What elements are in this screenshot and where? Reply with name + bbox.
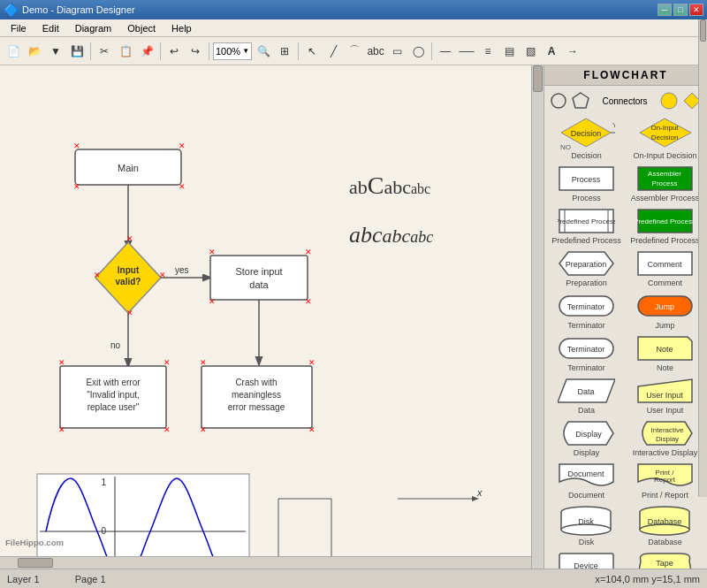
- zoom-fit-button[interactable]: 🔍: [254, 42, 273, 61]
- tool-select[interactable]: ↖: [302, 42, 322, 61]
- vscrollbar-thumb[interactable]: [533, 65, 543, 92]
- panel-title: FLOWCHART: [544, 65, 707, 86]
- svg-rect-16: [210, 256, 308, 300]
- shape-row-document: Document Document Print / Report Print /…: [550, 462, 702, 500]
- shape-predefined-process[interactable]: Predefined Process Predefined Process: [550, 208, 623, 245]
- svg-text:✕: ✕: [163, 358, 171, 367]
- shape-process[interactable]: Process Process: [550, 165, 623, 202]
- svg-text:abcabcabc: abcabcabc: [349, 222, 433, 248]
- tool-line[interactable]: ╱: [323, 42, 343, 61]
- tool-curve[interactable]: ⌒: [345, 42, 364, 61]
- line-style4[interactable]: ▤: [499, 42, 519, 61]
- redo-button[interactable]: ↪: [186, 42, 205, 61]
- shape-device[interactable]: Device Device: [550, 552, 623, 569]
- hscrollbar-thumb[interactable]: [18, 558, 53, 568]
- coords-status: x=104,0 mm y=15,1 mm: [595, 574, 700, 584]
- svg-point-63: [551, 94, 566, 108]
- shape-preparation[interactable]: Preparation Preparation: [550, 250, 623, 287]
- menu-diagram[interactable]: Diagram: [68, 21, 119, 35]
- shape-tape[interactable]: Tape Tape: [628, 552, 702, 569]
- shape-print-report[interactable]: Print / Report Print / Report: [628, 462, 702, 500]
- shape-comment[interactable]: Comment Comment: [628, 250, 702, 287]
- menu-edit[interactable]: Edit: [35, 21, 66, 35]
- panel-scrollbar[interactable]: [698, 65, 707, 497]
- menu-help[interactable]: Help: [164, 21, 199, 35]
- shape-row-decision: Decision YES NO Decision On-Input Decisi…: [550, 116, 702, 160]
- shape-on-input-decision[interactable]: On-Input Decision On-Input Decision: [628, 116, 702, 160]
- svg-text:Predefined Process: Predefined Process: [636, 218, 694, 225]
- comment-label: Comment: [648, 279, 682, 287]
- zoom-dropdown-icon[interactable]: ▼: [242, 47, 249, 55]
- user-input-label: User Input: [647, 406, 684, 415]
- tool-text[interactable]: abc: [366, 42, 385, 61]
- horizontal-scrollbar[interactable]: [0, 556, 531, 569]
- shape-row-disk: Disk Disk Database Database: [550, 505, 702, 546]
- line-style5[interactable]: ▧: [521, 42, 540, 61]
- paste-button[interactable]: 📌: [137, 42, 156, 61]
- shape-assembler-process[interactable]: Assembler Process Assembler Process: [628, 165, 702, 202]
- svg-text:Main: Main: [118, 163, 139, 173]
- svg-text:✕: ✕: [73, 141, 80, 150]
- font-button[interactable]: A: [542, 42, 561, 61]
- shape-row-data: Data Data User Input User Input: [550, 378, 702, 415]
- maximize-button[interactable]: □: [673, 4, 688, 16]
- svg-text:✕: ✕: [126, 234, 133, 243]
- interactive-display-label: Interactive Display: [633, 448, 698, 457]
- canvas-container[interactable]: Main ✕ ✕ ✕ ✕ Input valid? ✕ ✕ ✕ ✕ yes: [0, 65, 544, 569]
- shape-decision[interactable]: Decision YES NO Decision: [550, 116, 623, 160]
- svg-text:0: 0: [101, 526, 106, 536]
- zoom-control[interactable]: 100% ▼: [213, 42, 252, 60]
- tool-ellipse[interactable]: ◯: [408, 42, 428, 61]
- arrow-right[interactable]: →: [563, 42, 582, 61]
- shape-row-display: Display Display Interactive Display Inte…: [550, 420, 702, 457]
- vertical-scrollbar[interactable]: [531, 65, 544, 569]
- zoom-fit2-button[interactable]: ⊞: [275, 42, 294, 61]
- shape-display[interactable]: Display Display: [550, 420, 623, 457]
- toolbar: 📄 📂 ▼ 💾 ✂ 📋 📌 ↩ ↪ 100% ▼ 🔍 ⊞ ↖ ╱ ⌒ abc ▭…: [0, 37, 707, 65]
- svg-text:YES: YES: [612, 121, 615, 129]
- minimize-button[interactable]: ─: [658, 4, 672, 16]
- sep2: [160, 42, 161, 60]
- new-button[interactable]: 📄: [4, 42, 23, 61]
- shape-user-input[interactable]: User Input User Input: [628, 378, 702, 415]
- shape-jump[interactable]: Jump Jump: [628, 293, 702, 330]
- svg-rect-44: [37, 474, 249, 569]
- open-arrow[interactable]: ▼: [46, 42, 65, 61]
- open-button[interactable]: 📂: [25, 42, 44, 61]
- predefined-process-label: Predefined Process: [551, 236, 621, 245]
- shape-data[interactable]: Data Data: [550, 378, 623, 415]
- shape-note[interactable]: Note Note: [628, 335, 702, 372]
- shape-document[interactable]: Document Document: [550, 462, 623, 500]
- shape-row-preparation: Preparation Preparation Comment Comment: [550, 250, 702, 287]
- pentagon-connector-icon[interactable]: [571, 91, 590, 111]
- circle-yellow-icon[interactable]: [659, 91, 679, 111]
- menu-file[interactable]: File: [4, 21, 34, 35]
- copy-button[interactable]: 📋: [116, 42, 135, 61]
- shape-interactive-display[interactable]: Interactive Display Interactive Display: [628, 420, 702, 457]
- menu-object[interactable]: Object: [120, 21, 163, 35]
- statusbar: Layer 1 Page 1 x=104,0 mm y=15,1 mm: [0, 569, 707, 588]
- svg-text:Database: Database: [648, 517, 682, 526]
- titlebar-left: 🔷 Demo - Diagram Designer: [4, 3, 135, 17]
- cut-button[interactable]: ✂: [95, 42, 114, 61]
- circle-connector-icon[interactable]: [550, 92, 567, 110]
- shape-database[interactable]: Database Database: [628, 505, 702, 546]
- on-input-decision-label: On-Input Decision: [633, 151, 696, 160]
- shape-disk[interactable]: Disk Disk: [550, 505, 623, 546]
- tool-rect[interactable]: ▭: [387, 42, 407, 61]
- svg-text:1: 1: [101, 477, 106, 487]
- shape-row-process: Process Process Assembler Process Assemb…: [550, 165, 702, 202]
- svg-text:Interactive: Interactive: [651, 426, 684, 434]
- save-button[interactable]: 💾: [67, 42, 87, 61]
- shape-predefined-process-2[interactable]: Predefined Process Predefined Process: [628, 208, 702, 245]
- line-style1[interactable]: —: [436, 42, 455, 61]
- line-style2[interactable]: ──: [457, 42, 476, 61]
- svg-text:✕: ✕: [94, 271, 101, 279]
- shape-terminator[interactable]: Terminator Terminator: [550, 293, 623, 330]
- layer-status: Layer 1: [7, 574, 40, 584]
- close-button[interactable]: ✕: [689, 4, 703, 16]
- shape-terminator2[interactable]: Terminator Terminator: [550, 335, 623, 372]
- line-style3[interactable]: ≡: [478, 42, 498, 61]
- sep1: [90, 42, 91, 60]
- undo-button[interactable]: ↩: [164, 42, 184, 61]
